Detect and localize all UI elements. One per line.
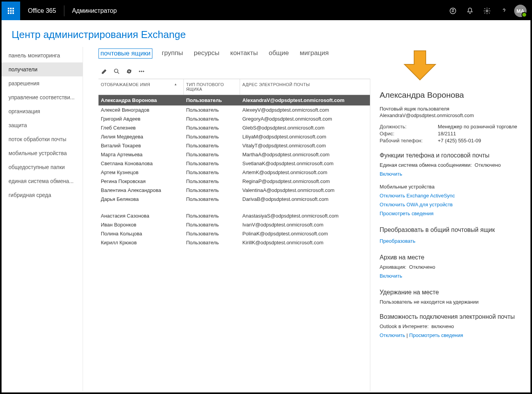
sidebar-item-1[interactable]: получатели (2, 62, 83, 76)
table-row[interactable]: Лилия МедведеваПользовательLiliyaM@odpsd… (98, 132, 370, 141)
tabs: почтовые ящикигруппыресурсыконтактыобщие… (98, 47, 530, 66)
owa-label: Outlook в Интернете: (380, 323, 428, 329)
hold-status: Пользователь не находится на удержании (380, 299, 523, 305)
column-type[interactable]: ТИП ПОЧТОВОГО ЯЩИКА (184, 79, 240, 95)
tab-3[interactable]: контакты (229, 48, 259, 59)
disable-eas-link[interactable]: Отключить Exchange ActiveSync (380, 193, 455, 199)
detail-name: Александра Воронова (380, 90, 523, 100)
more-icon[interactable] (138, 68, 145, 75)
owa-view-link[interactable]: Просмотреть сведения (409, 332, 463, 338)
convert-heading: Преобразовать в общий почтовый ящик (380, 226, 523, 233)
um-label: Единая система обмена сообщениями: (380, 162, 472, 168)
mobile-heading: Мобильные устройства (380, 184, 523, 190)
tab-2[interactable]: ресурсы (192, 48, 221, 59)
tab-1[interactable]: группы (160, 48, 185, 59)
owa-disable-link[interactable]: Отключить (380, 332, 405, 338)
view-mobile-details-link[interactable]: Просмотреть сведения (380, 211, 434, 216)
table-row[interactable]: Александра ВороноваПользовательAlexandra… (98, 95, 370, 105)
content-area: почтовые ящикигруппыресурсыконтактыобщие… (83, 47, 530, 391)
detail-mailbox-type: Почтовый ящик пользователя (380, 106, 523, 112)
office-label: Офис: (380, 131, 430, 137)
sidebar-item-4[interactable]: организация (2, 104, 83, 118)
table-row[interactable]: Глеб СелезневПользовательGlebS@odpsdptes… (98, 123, 370, 132)
mailbox-table: ОТОБРАЖАЕМОЕ ИМЯ ТИП ПОЧТОВОГО ЯЩИКА АДР… (98, 79, 370, 391)
svg-point-6 (143, 71, 144, 72)
settings-icon[interactable] (478, 2, 496, 20)
archive-enable-link[interactable]: Включить (380, 273, 402, 279)
svg-line-3 (117, 72, 119, 74)
sidebar-item-0[interactable]: панель мониторинга (2, 48, 83, 62)
sidebar: панель мониторингаполучателиразрешенияуп… (2, 47, 83, 391)
table-row[interactable]: Григорий АвдеевПользовательGregoryA@odps… (98, 114, 370, 123)
tab-0[interactable]: почтовые ящики (98, 48, 152, 59)
table-row[interactable]: Иван ВоронковПользовательIvanV@odpsdptes… (98, 220, 370, 229)
archive-label: Архивация: (380, 264, 406, 270)
archive-heading: Архив на месте (380, 254, 523, 261)
sidebar-item-7[interactable]: мобильные устройства (2, 146, 83, 160)
hold-heading: Удержание на месте (380, 289, 523, 296)
detail-email: AlexandraV@odpsdptest.onmicrosoft.com (380, 112, 523, 118)
sidebar-item-6[interactable]: поток обработки почты (2, 132, 83, 146)
table-row[interactable]: Анастасия СазоноваПользовательAnastasiya… (98, 211, 370, 220)
title-label: Должность: (380, 124, 430, 130)
sidebar-item-3[interactable]: управление соответстви... (2, 90, 83, 104)
tab-5[interactable]: миграция (298, 48, 330, 59)
archive-value: Отключено (409, 264, 435, 270)
sidebar-item-8[interactable]: общедоступные папки (2, 160, 83, 174)
svg-point-1 (486, 10, 488, 12)
um-enable-link[interactable]: Включить (380, 171, 402, 177)
table-row[interactable]: Кирилл КрюковПользовательKirillK@odpsdpt… (98, 238, 370, 247)
refresh-icon[interactable] (126, 68, 133, 75)
table-row[interactable]: Полина КольцоваПользовательPolinaK@odpsd… (98, 229, 370, 238)
convert-link[interactable]: Преобразовать (380, 238, 415, 244)
sidebar-item-2[interactable]: разрешения (2, 76, 83, 90)
table-row[interactable]: Артем КузнецовПользовательArtemK@odpsdpt… (98, 168, 370, 177)
sidebar-item-9[interactable]: единая система обмена... (2, 174, 83, 188)
app-launcher-button[interactable] (2, 2, 20, 20)
sidebar-item-10[interactable]: гибридная среда (2, 188, 83, 202)
um-value: Отключено (475, 162, 501, 168)
svg-point-5 (141, 71, 142, 72)
role-label: Администратор (64, 7, 124, 14)
notifications-icon[interactable] (461, 2, 478, 20)
table-row[interactable]: Светлана КоноваловаПользовательSvetlanaK… (98, 159, 370, 168)
office-value: 18/2111 (438, 131, 456, 137)
svg-point-4 (139, 71, 140, 72)
title-value: Менеджер по розничной торговле (438, 124, 517, 130)
connectivity-heading: Возможность подключения электронной почт… (380, 313, 523, 320)
phone-features-heading: Функции телефона и голосовой почты (380, 152, 523, 159)
page-title: Центр администрирования Exchange (2, 20, 530, 47)
svg-point-2 (114, 69, 118, 73)
table-row[interactable]: Марта АртемьеваПользовательMarthaA@odpsd… (98, 150, 370, 159)
sidebar-item-5[interactable]: защита (2, 118, 83, 132)
details-pane: Александра Воронова Почтовый ящик пользо… (370, 79, 530, 391)
table-gap (98, 204, 370, 211)
disable-owa-link[interactable]: Отключить OWA для устройств (380, 202, 453, 207)
arrow-annotation (399, 47, 441, 83)
table-row[interactable]: Дарья БеляковаПользовательDarivaB@odpsdp… (98, 195, 370, 204)
toolbar (98, 66, 530, 79)
phone-value: +7 (425) 555-01-09 (438, 138, 481, 143)
column-name[interactable]: ОТОБРАЖАЕМОЕ ИМЯ (98, 79, 184, 95)
phone-label: Рабочий телефон: (380, 138, 430, 143)
svg-point-0 (450, 8, 456, 14)
column-email[interactable]: АДРЕС ЭЛЕКТРОННОЙ ПОЧТЫ (240, 79, 370, 95)
top-bar: Office 365 Администратор MA (2, 2, 530, 20)
table-row[interactable]: Валентина АлександроваПользовательValent… (98, 186, 370, 195)
edit-icon[interactable] (101, 68, 108, 75)
tab-4[interactable]: общие (267, 48, 290, 59)
table-row[interactable]: Алексей ВиноградовПользовательAlexeyV@od… (98, 105, 370, 114)
owa-value: включено (432, 323, 454, 329)
table-row[interactable]: Регина ПокровскаяПользовательReginaP@odp… (98, 177, 370, 186)
user-avatar[interactable]: MA (514, 5, 527, 17)
skype-icon[interactable] (444, 2, 461, 20)
waffle-icon (8, 8, 14, 14)
link-separator: | (406, 332, 409, 338)
help-icon[interactable] (496, 2, 513, 20)
search-icon[interactable] (113, 68, 120, 75)
brand-label: Office 365 (20, 7, 64, 14)
table-row[interactable]: Виталий ТокаревПользовательVitalyT@odpsd… (98, 141, 370, 150)
